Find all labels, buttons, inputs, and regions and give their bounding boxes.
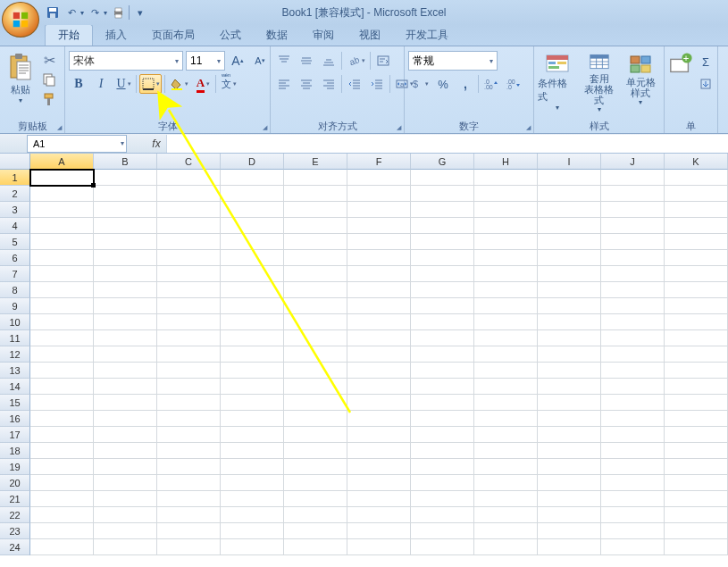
decrease-decimal-icon[interactable]: .00.0	[504, 74, 523, 94]
cell[interactable]	[157, 443, 221, 459]
cell[interactable]	[538, 475, 601, 491]
cell[interactable]	[665, 218, 728, 234]
cell[interactable]	[157, 250, 221, 266]
cell[interactable]	[284, 459, 347, 475]
cell[interactable]	[601, 314, 665, 330]
cell[interactable]	[347, 507, 411, 523]
cell[interactable]	[411, 395, 474, 411]
cell[interactable]	[601, 346, 665, 363]
cell[interactable]	[411, 427, 474, 443]
cell[interactable]	[411, 234, 474, 250]
cell[interactable]	[411, 314, 474, 330]
cell[interactable]	[347, 218, 411, 234]
cell[interactable]	[221, 250, 284, 266]
tab-insert[interactable]: 插入	[93, 25, 139, 46]
cell[interactable]	[284, 427, 347, 443]
column-header[interactable]: J	[601, 154, 665, 170]
cell[interactable]	[157, 234, 221, 250]
increase-decimal-icon[interactable]: .0.00	[481, 74, 501, 94]
cell[interactable]	[665, 427, 728, 443]
cell[interactable]	[157, 459, 221, 475]
print-icon[interactable]	[110, 4, 126, 21]
cell[interactable]	[665, 266, 728, 282]
cell[interactable]	[665, 202, 728, 218]
cell[interactable]	[347, 266, 411, 282]
cell[interactable]	[347, 330, 411, 346]
cell[interactable]	[601, 186, 665, 202]
cell[interactable]	[347, 234, 411, 250]
bold-button[interactable]: B	[69, 74, 88, 94]
cell[interactable]	[30, 459, 94, 475]
cell[interactable]	[474, 443, 538, 459]
cell[interactable]	[30, 363, 94, 379]
cell[interactable]	[221, 363, 284, 379]
cell[interactable]	[601, 491, 665, 507]
cell[interactable]	[411, 346, 474, 363]
row-header[interactable]: 9	[0, 298, 30, 314]
format-painter-icon[interactable]	[40, 90, 58, 108]
cell[interactable]	[221, 427, 284, 443]
cell[interactable]	[157, 330, 221, 346]
column-header[interactable]: G	[411, 154, 474, 170]
font-color-button[interactable]: A▾	[193, 74, 213, 94]
cell[interactable]	[30, 202, 94, 218]
cell[interactable]	[538, 234, 601, 250]
cell[interactable]	[157, 427, 221, 443]
cell[interactable]	[347, 427, 411, 443]
cell[interactable]	[665, 186, 728, 202]
cell[interactable]	[538, 266, 601, 282]
underline-button[interactable]: U▾	[113, 74, 133, 94]
tab-formulas[interactable]: 公式	[207, 25, 254, 46]
cell[interactable]	[157, 170, 221, 186]
cell[interactable]	[284, 202, 347, 218]
cell[interactable]	[347, 475, 411, 491]
column-header[interactable]: A	[30, 154, 94, 170]
column-header[interactable]: E	[284, 154, 347, 170]
cell[interactable]	[474, 298, 538, 314]
row-header[interactable]: 6	[0, 250, 30, 266]
cell[interactable]	[94, 186, 157, 202]
cell[interactable]	[411, 202, 474, 218]
column-header[interactable]: D	[221, 154, 284, 170]
cell[interactable]	[347, 170, 411, 186]
cell[interactable]	[157, 314, 221, 330]
cell[interactable]	[157, 507, 221, 523]
cell[interactable]	[601, 266, 665, 282]
cell[interactable]	[94, 395, 157, 411]
cell[interactable]	[665, 523, 728, 539]
orientation-button[interactable]: ab▾	[345, 51, 367, 71]
cell[interactable]	[284, 363, 347, 379]
align-center-icon[interactable]	[297, 74, 316, 94]
tab-review[interactable]: 审阅	[300, 25, 347, 46]
row-header[interactable]: 24	[0, 539, 30, 555]
cell[interactable]	[30, 443, 94, 459]
cell[interactable]	[601, 523, 665, 539]
cell[interactable]	[665, 346, 728, 363]
cell[interactable]	[30, 507, 94, 523]
cell[interactable]	[284, 411, 347, 427]
cell[interactable]	[411, 186, 474, 202]
cell[interactable]	[601, 170, 665, 186]
border-button[interactable]: ▾	[139, 74, 162, 94]
cell[interactable]	[474, 266, 538, 282]
cell[interactable]	[665, 379, 728, 395]
cell[interactable]	[474, 234, 538, 250]
number-format-combo[interactable]: 常规▾	[408, 51, 498, 71]
cell[interactable]	[411, 330, 474, 346]
cell[interactable]	[538, 395, 601, 411]
cell[interactable]	[94, 250, 157, 266]
cell[interactable]	[474, 330, 538, 346]
cell[interactable]	[411, 379, 474, 395]
cell[interactable]	[538, 363, 601, 379]
cell[interactable]	[284, 379, 347, 395]
align-middle-icon[interactable]	[297, 51, 316, 71]
cell[interactable]	[411, 475, 474, 491]
cell[interactable]	[538, 427, 601, 443]
cell[interactable]	[474, 507, 538, 523]
cell[interactable]	[30, 523, 94, 539]
phonetic-button[interactable]: wén文▾	[219, 74, 238, 94]
cell[interactable]	[538, 330, 601, 346]
name-box[interactable]: A1 ▾	[27, 135, 127, 153]
cell[interactable]	[538, 282, 601, 298]
cell[interactable]	[347, 314, 411, 330]
